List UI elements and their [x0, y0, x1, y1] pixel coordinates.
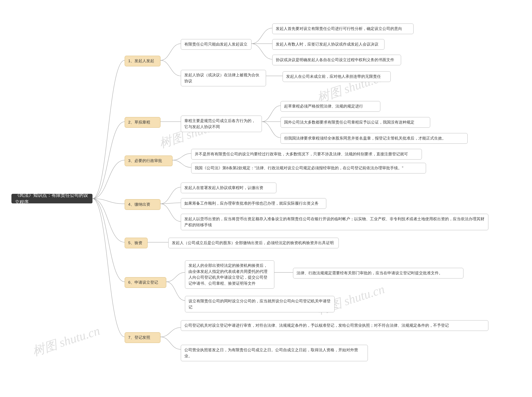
branch-1-label: 1、发起人发起 — [128, 58, 154, 64]
b7-n1-label: 公司登记机关对设立登记申请进行审查，对符合法律、法规规定条件的，予以核准登记，发… — [184, 323, 449, 329]
b1-n1-label: 有限责任公司只能由发起人发起设立 — [184, 41, 248, 47]
b1-n1[interactable]: 有限责任公司只能由发起人发起设立 — [181, 39, 251, 50]
b5-n1-label: 发起人（公司成立后是公司的股东）全部缴纳出资后，必须经法定的验资机构验资并出具证… — [172, 240, 334, 246]
b1-n1b[interactable]: 发起人有数人时，应签订发起人协议或作成发起人会议决议 — [272, 39, 384, 50]
branch-6-label: 6、申请设立登记 — [128, 279, 158, 285]
b6-n1[interactable]: 发起人的全部出资经法定的验资机构验资后，由全体发起人指定的代表或者共同委托的代理… — [185, 260, 274, 289]
b7-n1[interactable]: 公司登记机关对设立登记申请进行审查，对符合法律、法规规定条件的，予以核准登记，发… — [181, 320, 488, 331]
b1-n2[interactable]: 发起人协议（或决议）在法律上被视为合伙协议 — [181, 70, 266, 86]
b2-n1a-label: 起草章程必须严格按照法律、法规的规定进行 — [284, 103, 363, 109]
b7-n2[interactable]: 公司营业执照签发之日，为有限责任公司成立之日。公司自成立之日起，取得法人资格，开… — [181, 345, 368, 361]
branch-5[interactable]: 5、验资 — [125, 238, 148, 248]
b1-n1c[interactable]: 协议或决议是明确发起人各自在公司设立过程中权利义务的书面文件 — [272, 55, 401, 65]
b3-n2[interactable]: 我国《公司法》第8条第2款规定："法律、行政法规对设立公司规定必须报经审批的，在… — [191, 163, 426, 174]
b4-n2[interactable]: 如果筹备工作顺利，应办理审查批准的手续也已办理，就应实际履行出资义务 — [181, 198, 326, 209]
b1-n1a-label: 发起人首先要对设立有限责任公司进行可行性分析，确定设立公司的意向 — [276, 26, 402, 32]
b6-n1a-label: 法律、行政法规规定需要经有关部门审批的，应当在申请设立登记时提交批准文件。 — [296, 270, 443, 276]
b4-n1-label: 发起人在签署发起人协议或章程时，认缴出资 — [184, 185, 263, 191]
branch-4[interactable]: 4、缴纳出资 — [125, 199, 160, 210]
b2-n1b[interactable]: 国外公司法大多数都要求有限责任公司章程应予以公证，我国没有这种规定 — [281, 117, 430, 128]
b6-n2[interactable]: 设立有限责任公司的同时设立分公司的，应当就所设分公司向公司登记机关申请登记 — [185, 296, 335, 312]
b1-n2-label: 发起人协议（或决议）在法律上被视为合伙协议 — [184, 72, 262, 84]
branch-4-label: 4、缴纳出资 — [128, 202, 150, 208]
b4-n3-label: 发起人以货币出资的，应当将货币出资足额存入准备设立的有限责任公司在银行开设的临时… — [184, 216, 485, 228]
b1-n1c-label: 协议或决议是明确发起人各自在公司设立过程中权利义务的书面文件 — [276, 57, 394, 63]
b7-n2-label: 公司营业执照签发之日，为有限责任公司成立之日。公司自成立之日起，取得法人资格，开… — [184, 347, 364, 359]
b1-n2a[interactable]: 发起人在公司未成立前，应对他人承担连带的无限责任 — [283, 71, 391, 82]
branch-7[interactable]: 7、登记发照 — [125, 332, 160, 343]
b4-n3[interactable]: 发起人以货币出资的，应当将货币出资足额存入准备设立的有限责任公司在银行开设的临时… — [181, 214, 488, 230]
root-label: 《民法》知识点：有限责任公司的设立程序 — [15, 192, 89, 205]
b2-n1-label: 章程主要是规范公司成立后各方行为的，它与发起人协议不同 — [184, 118, 258, 130]
b6-n2-label: 设立有限责任公司的同时设立分公司的，应当就所设分公司向公司登记机关申请登记 — [188, 298, 331, 310]
branch-7-label: 7、登记发照 — [128, 335, 150, 341]
b3-n1-label: 并不是所有有限责任公司的设立均要经过行政审批，大多数情况下，只要不涉及法律、法规… — [195, 151, 408, 157]
b2-n1b-label: 国外公司法大多数都要求有限责任公司章程应予以公证，我国没有这种规定 — [284, 119, 414, 125]
b3-n1[interactable]: 并不是所有有限责任公司的设立均要经过行政审批，大多数情况下，只要不涉及法律、法规… — [191, 149, 422, 160]
b4-n1[interactable]: 发起人在签署发起人协议或章程时，认缴出资 — [181, 183, 276, 193]
branch-3[interactable]: 3、必要的行政审批 — [125, 155, 172, 166]
branch-2-label: 2、草拟章程 — [128, 119, 150, 125]
branch-6[interactable]: 6、申请设立登记 — [125, 277, 166, 288]
b2-n1a[interactable]: 起草章程必须严格按照法律、法规的规定进行 — [281, 101, 380, 112]
b3-n2-label: 我国《公司法》第8条第2款规定："法律、行政法规对设立公司规定必须报经审批的，在… — [195, 165, 403, 171]
root-node[interactable]: 《民法》知识点：有限责任公司的设立程序 — [12, 194, 92, 203]
b4-n2-label: 如果筹备工作顺利，应办理审查批准的手续也已办理，就应实际履行出资义务 — [184, 200, 319, 206]
b2-n1[interactable]: 章程主要是规范公司成立后各方行为的，它与发起人协议不同 — [181, 116, 262, 132]
branch-2[interactable]: 2、草拟章程 — [125, 117, 160, 128]
b1-n2a-label: 发起人在公司未成立前，应对他人承担连带的无限责任 — [286, 74, 381, 80]
b5-n1[interactable]: 发起人（公司成立后是公司的股东）全部缴纳出资后，必须经法定的验资机构验资并出具证… — [168, 238, 339, 248]
mindmap-canvas: { "watermark_a": "树图 shutu.cn", "waterma… — [0, 0, 532, 397]
b6-n1-label: 发起人的全部出资经法定的验资机构验资后，由全体发起人指定的代表或者共同委托的代理… — [188, 263, 271, 286]
b1-n1a[interactable]: 发起人首先要对设立有限责任公司进行可行性分析，确定设立公司的意向 — [272, 24, 414, 34]
branch-3-label: 3、必要的行政审批 — [128, 158, 162, 164]
b2-n1c[interactable]: 但我国法律要求章程须经全体股东同意并签名盖章，报登记主管机关批准后，才能正式生效… — [281, 133, 468, 144]
branch-1[interactable]: 1、发起人发起 — [125, 56, 160, 66]
b2-n1c-label: 但我国法律要求章程须经全体股东同意并签名盖章，报登记主管机关批准后，才能正式生效… — [284, 135, 446, 141]
b1-n1b-label: 发起人有数人时，应签订发起人协议或作成发起人会议决议 — [276, 41, 378, 47]
branch-5-label: 5、验资 — [128, 240, 142, 246]
b6-n1a[interactable]: 法律、行政法规规定需要经有关部门审批的，应当在申请设立登记时提交批准文件。 — [293, 268, 463, 279]
